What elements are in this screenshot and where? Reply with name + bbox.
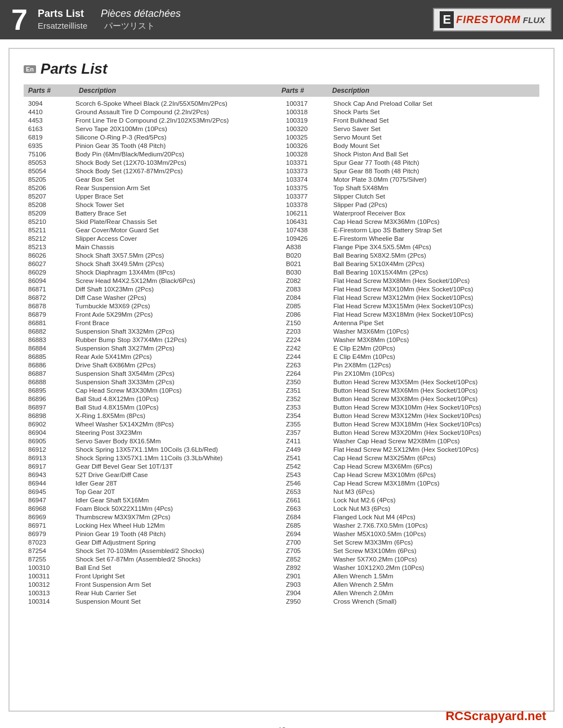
part-description: Cap Head Screw M3X25Mm (6Pcs) (333, 455, 535, 461)
table-row: 100320Servo Saver Set (286, 124, 535, 133)
table-row: 86882Suspension Shaft 3X32Mm (2Pcs) (28, 327, 277, 335)
table-row: 85054Shock Body Set (12X67-87Mm/2Pcs) (28, 167, 277, 175)
part-description: Ball Stud 4.8X15Mm (10Pcs) (75, 404, 277, 411)
part-description: Antenna Pipe Set (333, 320, 535, 326)
part-number: 86905 (28, 438, 72, 444)
part-number: B021 (286, 260, 330, 267)
part-number: 86887 (28, 370, 72, 377)
logo-e-letter: E (440, 11, 454, 28)
table-row: Z892Washer 10X12X0.2Mm (10Pcs) (286, 563, 535, 572)
table-row: 100318Shock Parts Set (286, 107, 535, 116)
part-number: Z903 (286, 581, 330, 588)
table-row: Z352Button Head Screw M3X8Mm (Hex Socket… (286, 394, 535, 403)
part-number: 86879 (28, 311, 72, 318)
part-number: Z901 (286, 573, 330, 579)
table-row: Z543Cap Head Screw M3X10Mm (6Pcs) (286, 470, 535, 479)
table-row: Z242E Clip E2Mm (20Pcs) (286, 344, 535, 352)
part-description: Top Shaft 5X48Mm (333, 185, 535, 191)
part-number: 85209 (28, 210, 72, 217)
part-number: 100320 (286, 125, 330, 132)
part-description: Cap Head Screw M3X18Mm (10Pcs) (333, 480, 535, 487)
table-row: Z357Button Head Screw M3X20Mm (Hex Socke… (286, 428, 535, 437)
part-number: Z351 (286, 387, 330, 394)
part-description: Ball Bearing 5X10X4Mm (2Pcs) (333, 260, 535, 267)
part-description: Flat Head Screw M3X15Mm (Hex Socket/10Pc… (333, 303, 535, 309)
table-row: 86029Shock Diaphragm 13X4Mm (8Pcs) (28, 268, 277, 276)
part-description: Lock Nut M2.6 (4Pcs) (333, 497, 535, 504)
part-description: Diff Shaft 10X23Mm (2Pcs) (75, 286, 277, 293)
part-description: Flange Pipe 3X4.5X5.5Mm (4Pcs) (333, 244, 535, 250)
part-description: Button Head Screw M3X8Mm (Hex Socket/10P… (333, 396, 535, 402)
part-description: Spur Gear 88 Tooth (48 Pitch) (333, 168, 535, 174)
table-row: 86917Gear Diff Bevel Gear Set 10T/13T (28, 462, 277, 470)
part-description: Motor Plate 3.0Mm (7075/Silver) (333, 176, 535, 183)
part-number: Z542 (286, 463, 330, 470)
table-row: Z224Washer M3X8Mm (10Pcs) (286, 335, 535, 344)
part-number: 86883 (28, 336, 72, 343)
part-description: Ball Bearing 5X8X2.5Mm (2Pcs) (333, 252, 535, 259)
part-number: 103374 (286, 176, 330, 183)
part-description: E-Firestorm Wheelie Bar (333, 235, 535, 242)
table-row: 100310Ball End Set (28, 563, 277, 572)
part-number: 86913 (28, 455, 72, 461)
part-description: Servo Mount Set (333, 134, 535, 141)
main-content: En Parts List Parts # Description Parts … (8, 48, 555, 712)
part-description: Set Screw M3X3Mm (6Pcs) (333, 539, 535, 546)
part-description: Pin 2X10Mm (10Pcs) (333, 370, 535, 377)
part-number: Z700 (286, 539, 330, 546)
table-row: 103371Spur Gear 77 Tooth (48 Pitch) (286, 158, 535, 167)
part-description: Cross Wrench (Small) (333, 598, 535, 605)
part-description: Set Screw M3X10Mm (6Pcs) (333, 547, 535, 554)
part-number: 87255 (28, 556, 72, 563)
table-row: Z411Washer Cap Head Screw M2X8Mm (10Pcs) (286, 437, 535, 445)
table-row: 100317Shock Cap And Preload Collar Set (286, 99, 535, 107)
part-description: Servo Saver Body 8X16.5Mm (75, 438, 277, 444)
part-number: Z357 (286, 429, 330, 436)
part-number: 86871 (28, 286, 72, 293)
part-description: Battery Brace Set (75, 210, 277, 217)
table-row: 86904Steering Post 3X23Mm (28, 428, 277, 437)
part-number: 100328 (286, 151, 330, 158)
part-number: Z086 (286, 311, 330, 318)
table-row: 86971Locking Hex Wheel Hub 12Mm (28, 521, 277, 529)
table-row: 103378Slipper Pad (2Pcs) (286, 200, 535, 209)
watermark: RCScrapyard.net (445, 709, 546, 723)
part-number: 86027 (28, 260, 72, 267)
part-number: 75106 (28, 151, 72, 158)
table-row: 86879Front Axle 5X29Mm (2Pcs) (28, 310, 277, 318)
part-number: 86882 (28, 328, 72, 335)
part-number: 85053 (28, 159, 72, 166)
part-number: Z684 (286, 514, 330, 520)
part-number: 103377 (286, 193, 330, 200)
part-number: 100314 (28, 598, 72, 605)
table-row: 86947Idler Gear Shaft 5X16Mm (28, 496, 277, 504)
title-fr: Pièces détachées (101, 8, 181, 20)
part-number: 85206 (28, 185, 72, 191)
part-number: 86945 (28, 488, 72, 495)
part-description: Rear Suspension Arm Set (75, 185, 277, 191)
table-row: 86902Wheel Washer 5X14X2Mm (8Pcs) (28, 420, 277, 428)
table-row: Z244E Clip E4Mm (10Pcs) (286, 352, 535, 361)
column-headers: Parts # Description Parts # Description (24, 84, 539, 97)
table-row: Z663Lock Nut M3 (6Pcs) (286, 504, 535, 513)
part-description: Gear Diff Bevel Gear Set 10T/13T (75, 463, 277, 470)
part-description: Scorch 6-Spoke Wheel Black (2.2In/55X50M… (75, 100, 277, 107)
table-row: Z541Cap Head Screw M3X25Mm (6Pcs) (286, 453, 535, 462)
part-number: 86888 (28, 379, 72, 385)
part-number: 100311 (28, 573, 72, 579)
table-row: 86878Turnbuckle M3X69 (2Pcs) (28, 302, 277, 310)
part-number: 85205 (28, 176, 72, 183)
part-description: Servo Saver Set (333, 125, 535, 132)
parts-list-header: En Parts List (24, 60, 539, 78)
part-number: 86897 (28, 404, 72, 411)
table-row: 6819Silicone O-Ring P-3 (Red/5Pcs) (28, 133, 277, 141)
part-number: Z950 (286, 598, 330, 605)
table-row: Z086Flat Head Screw M3X18Mm (Hex Socket/… (286, 310, 535, 318)
table-row: 85208Shock Tower Set (28, 200, 277, 209)
table-row: 6935Pinion Gear 35 Tooth (48 Pitch) (28, 141, 277, 150)
part-number: 86944 (28, 480, 72, 487)
part-number: 85054 (28, 168, 72, 174)
part-number: 86885 (28, 353, 72, 360)
table-row: 107438E-Firestorm Lipo 3S Battery Strap … (286, 226, 535, 234)
part-description: Spur Gear 77 Tooth (48 Pitch) (333, 159, 535, 166)
